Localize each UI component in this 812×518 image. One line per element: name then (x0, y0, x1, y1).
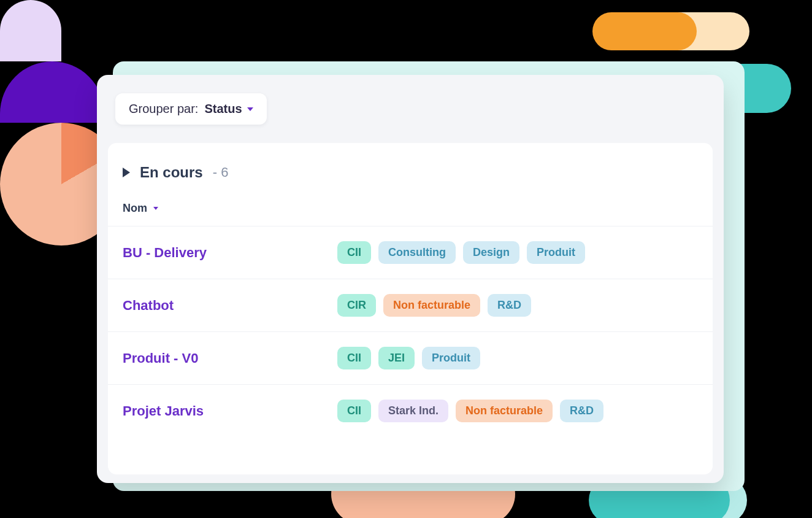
tag-list: CIRNon facturableR&D (337, 294, 531, 317)
tag[interactable]: Consulting (378, 241, 456, 264)
group-by-value: Status (204, 102, 253, 116)
tag[interactable]: Non facturable (456, 400, 553, 422)
tag-list: CIIJEIProduit (337, 347, 480, 369)
tag[interactable]: Non facturable (383, 294, 480, 317)
tag[interactable]: R&D (488, 294, 531, 317)
project-name[interactable]: Chatbot (123, 298, 337, 314)
group-by-dropdown[interactable]: Grouper par: Status (115, 93, 267, 125)
tag[interactable]: JEI (378, 347, 415, 369)
section-title: En cours (140, 164, 203, 181)
project-name[interactable]: Projet Jarvis (123, 403, 337, 419)
project-name[interactable]: Produit - V0 (123, 350, 337, 366)
table-row[interactable]: Projet JarvisCIIStark Ind.Non facturable… (108, 385, 713, 437)
decoration-arc (0, 0, 61, 61)
decoration-pill (592, 12, 697, 50)
chevron-down-icon (247, 107, 253, 111)
tag[interactable]: CII (337, 241, 371, 264)
column-header-label: Nom (123, 202, 147, 215)
table-row[interactable]: Produit - V0CIIJEIProduit (108, 332, 713, 385)
column-header-name[interactable]: Nom (108, 196, 713, 226)
list-panel: En cours - 6 Nom BU - DeliveryCIIConsult… (108, 143, 713, 474)
tag-list: CIIConsultingDesignProduit (337, 241, 585, 264)
tag[interactable]: R&D (560, 400, 603, 422)
tag-list: CIIStark Ind.Non facturableR&D (337, 400, 603, 422)
tag[interactable]: CII (337, 400, 371, 422)
tag[interactable]: Produit (527, 241, 585, 264)
section-count: - 6 (213, 164, 229, 180)
group-by-label: Grouper par: (129, 102, 198, 116)
decoration-arc (0, 61, 104, 123)
caret-right-icon (123, 168, 130, 177)
tag[interactable]: Produit (422, 347, 480, 369)
tag[interactable]: Stark Ind. (378, 400, 448, 422)
project-name[interactable]: BU - Delivery (123, 245, 337, 261)
projects-card: Grouper par: Status En cours - 6 Nom BU … (97, 75, 724, 483)
table-row[interactable]: ChatbotCIRNon facturableR&D (108, 279, 713, 332)
tag[interactable]: Design (463, 241, 519, 264)
tag[interactable]: CIR (337, 294, 376, 317)
table-row[interactable]: BU - DeliveryCIIConsultingDesignProduit (108, 226, 713, 279)
section-header[interactable]: En cours - 6 (108, 143, 713, 196)
tag[interactable]: CII (337, 347, 371, 369)
sort-caret-icon (153, 207, 158, 210)
